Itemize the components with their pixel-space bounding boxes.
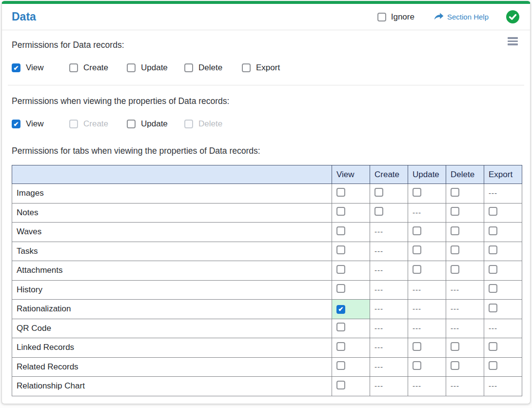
permission-cell-view <box>332 223 370 242</box>
permission-cell-export <box>484 223 522 242</box>
not-applicable-text: --- <box>374 363 383 371</box>
update-checkbox[interactable] <box>413 361 421 370</box>
update-checkbox[interactable] <box>413 265 421 274</box>
export-checkbox[interactable] <box>489 361 497 370</box>
export-checkbox[interactable] <box>489 245 497 254</box>
table-row: Notes--- <box>12 203 522 223</box>
permission-checkbox-item-view[interactable]: ✔View <box>12 63 69 73</box>
update-checkbox[interactable] <box>413 342 421 351</box>
checkbox-label: Create <box>83 63 108 73</box>
tab-name-cell: Related Records <box>12 357 332 377</box>
permission-cell-export <box>484 357 522 377</box>
create-checkbox[interactable] <box>69 63 78 72</box>
permission-checkbox-item-create[interactable]: Create <box>69 63 127 73</box>
delete-checkbox[interactable] <box>451 226 459 235</box>
view-checkbox[interactable] <box>336 342 345 351</box>
delete-checkbox[interactable] <box>451 265 459 274</box>
table-row: Tasks--- <box>12 242 522 261</box>
permission-cell-delete: --- <box>446 280 484 300</box>
tab-name-cell: Linked Records <box>12 338 332 358</box>
hamburger-menu-icon[interactable] <box>508 37 518 45</box>
export-checkbox[interactable] <box>489 304 497 312</box>
permission-checkbox-item-create: Create <box>69 119 127 129</box>
permission-checkbox-item-update[interactable]: Update <box>127 119 184 129</box>
export-checkbox[interactable] <box>489 284 497 293</box>
tab-name-cell: Images <box>12 184 332 204</box>
not-applicable-text: --- <box>489 382 497 390</box>
view-checkbox[interactable]: ✔ <box>336 305 345 314</box>
permission-cell-export: --- <box>484 184 522 204</box>
delete-checkbox[interactable] <box>451 207 459 216</box>
permission-cell-delete: --- <box>446 300 484 319</box>
section-help-link[interactable]: Section Help <box>434 13 489 21</box>
not-applicable-text: --- <box>413 382 421 390</box>
update-checkbox[interactable] <box>127 120 136 128</box>
delete-checkbox[interactable] <box>451 342 459 351</box>
export-checkbox[interactable] <box>489 207 497 216</box>
delete-checkbox[interactable] <box>451 361 459 370</box>
ignore-label: Ignore <box>391 12 414 22</box>
permission-cell-update <box>408 184 446 204</box>
view-checkbox[interactable] <box>336 361 345 370</box>
permission-cell-create: --- <box>370 377 408 396</box>
card-body: Permissions for Data records:✔ViewCreate… <box>2 30 530 396</box>
delete-checkbox[interactable] <box>451 245 459 254</box>
view-checkbox[interactable] <box>336 284 345 293</box>
export-checkbox[interactable] <box>242 63 251 72</box>
view-checkbox[interactable] <box>336 226 345 235</box>
view-checkbox[interactable] <box>336 245 345 254</box>
checkbox-label: View <box>26 63 44 73</box>
ignore-checkbox[interactable] <box>377 13 386 21</box>
permission-cell-export <box>484 242 522 261</box>
not-applicable-text: --- <box>413 305 421 313</box>
permission-checkbox-item-delete[interactable]: Delete <box>184 63 242 73</box>
permission-cell-view <box>332 280 370 300</box>
create-checkbox[interactable] <box>374 207 383 216</box>
checkbox-label: View <box>26 119 44 129</box>
view-checkbox[interactable] <box>336 323 345 331</box>
permission-cell-update: --- <box>408 280 446 300</box>
permission-cell-update <box>408 338 446 358</box>
update-checkbox[interactable] <box>127 63 136 72</box>
permission-checkbox-item-update[interactable]: Update <box>127 63 184 73</box>
permission-cell-update <box>408 242 446 261</box>
permission-cell-export: --- <box>484 319 522 338</box>
view-checkbox[interactable] <box>336 265 345 274</box>
tab-name-cell: Attachments <box>12 261 332 281</box>
delete-checkbox[interactable] <box>451 188 459 197</box>
not-applicable-text: --- <box>413 286 421 294</box>
not-applicable-text: --- <box>374 227 383 236</box>
tab-name-cell: Relationship Chart <box>12 377 332 396</box>
create-checkbox[interactable] <box>374 188 383 197</box>
permission-cell-delete <box>446 242 484 261</box>
delete-checkbox[interactable] <box>184 63 193 72</box>
permission-cell-create: --- <box>370 223 408 242</box>
checkbox-row: ✔ViewCreateUpdateDelete <box>12 120 520 128</box>
export-checkbox[interactable] <box>489 226 497 235</box>
section-heading: Permissions for Data records: <box>12 40 520 50</box>
tab-name-cell: Notes <box>12 203 332 223</box>
view-checkbox[interactable] <box>336 188 345 197</box>
view-checkbox[interactable] <box>336 207 345 216</box>
view-checkbox[interactable] <box>336 381 345 389</box>
permission-cell-export <box>484 300 522 319</box>
permission-sections: Permissions for Data records:✔ViewCreate… <box>12 40 520 128</box>
export-checkbox[interactable] <box>489 342 497 351</box>
permission-cell-view <box>332 377 370 396</box>
table-row: Attachments--- <box>12 261 522 281</box>
permission-cell-view <box>332 203 370 223</box>
not-applicable-text: --- <box>413 208 421 217</box>
view-checkbox[interactable]: ✔ <box>12 63 20 72</box>
export-checkbox[interactable] <box>489 265 497 274</box>
update-checkbox[interactable] <box>413 245 421 254</box>
permission-checkbox-item-view[interactable]: ✔View <box>12 119 69 129</box>
permission-cell-export <box>484 203 522 223</box>
ignore-checkbox-group[interactable]: Ignore <box>377 12 414 22</box>
permission-cell-view: ✔ <box>332 300 370 319</box>
permission-cell-create: --- <box>370 300 408 319</box>
permission-checkbox-item-export[interactable]: Export <box>242 63 299 73</box>
permission-cell-create: --- <box>370 280 408 300</box>
view-checkbox[interactable]: ✔ <box>12 120 20 128</box>
update-checkbox[interactable] <box>413 226 421 235</box>
update-checkbox[interactable] <box>413 188 421 197</box>
